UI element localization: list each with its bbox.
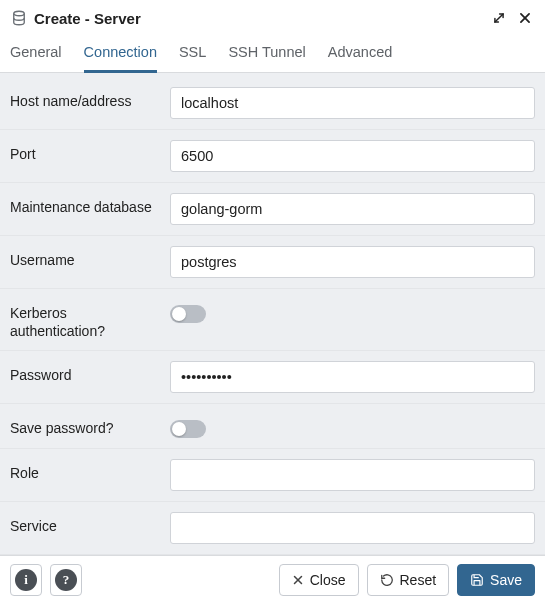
tab-ssl[interactable]: SSL xyxy=(179,36,206,73)
row-port: Port xyxy=(0,130,545,183)
tab-connection[interactable]: Connection xyxy=(84,36,157,73)
maximize-icon[interactable] xyxy=(489,8,509,28)
titlebar: Create - Server xyxy=(0,0,545,32)
row-host: Host name/address xyxy=(0,73,545,130)
row-maintdb: Maintenance database xyxy=(0,183,545,236)
label-maintdb: Maintenance database xyxy=(10,193,160,217)
row-password: Password xyxy=(0,351,545,404)
label-password: Password xyxy=(10,361,160,385)
close-icon[interactable] xyxy=(515,8,535,28)
label-username: Username xyxy=(10,246,160,270)
info-icon: i xyxy=(15,569,37,591)
question-icon: ? xyxy=(55,569,77,591)
form-area: Host name/address Port Maintenance datab… xyxy=(0,73,545,555)
row-service: Service xyxy=(0,502,545,555)
save-button[interactable]: Save xyxy=(457,564,535,596)
host-input[interactable] xyxy=(170,87,535,119)
footer: i ? Close Reset Save xyxy=(0,555,545,604)
row-kerberos: Kerberos authentication? xyxy=(0,289,545,351)
label-kerberos: Kerberos authentication? xyxy=(10,299,160,340)
close-x-icon xyxy=(292,574,304,586)
tab-ssh-tunnel[interactable]: SSH Tunnel xyxy=(228,36,305,73)
save-label: Save xyxy=(490,572,522,588)
label-host: Host name/address xyxy=(10,87,160,111)
reset-button[interactable]: Reset xyxy=(367,564,450,596)
save-icon xyxy=(470,573,484,587)
info-button[interactable]: i xyxy=(10,564,42,596)
tabs: General Connection SSL SSH Tunnel Advanc… xyxy=(0,32,545,73)
row-username: Username xyxy=(0,236,545,289)
username-input[interactable] xyxy=(170,246,535,278)
savepw-toggle[interactable] xyxy=(170,420,206,438)
role-input[interactable] xyxy=(170,459,535,491)
service-input[interactable] xyxy=(170,512,535,544)
row-role: Role xyxy=(0,449,545,502)
label-port: Port xyxy=(10,140,160,164)
port-input[interactable] xyxy=(170,140,535,172)
window-title: Create - Server xyxy=(34,10,483,27)
kerberos-toggle[interactable] xyxy=(170,305,206,323)
tab-advanced[interactable]: Advanced xyxy=(328,36,393,73)
close-button[interactable]: Close xyxy=(279,564,359,596)
close-label: Close xyxy=(310,572,346,588)
reset-label: Reset xyxy=(400,572,437,588)
help-button[interactable]: ? xyxy=(50,564,82,596)
maintdb-input[interactable] xyxy=(170,193,535,225)
row-savepw: Save password? xyxy=(0,404,545,449)
label-savepw: Save password? xyxy=(10,414,160,438)
reset-icon xyxy=(380,573,394,587)
label-role: Role xyxy=(10,459,160,483)
server-icon xyxy=(10,9,28,27)
svg-point-0 xyxy=(14,11,25,16)
label-service: Service xyxy=(10,512,160,536)
tab-general[interactable]: General xyxy=(10,36,62,73)
password-input[interactable] xyxy=(170,361,535,393)
